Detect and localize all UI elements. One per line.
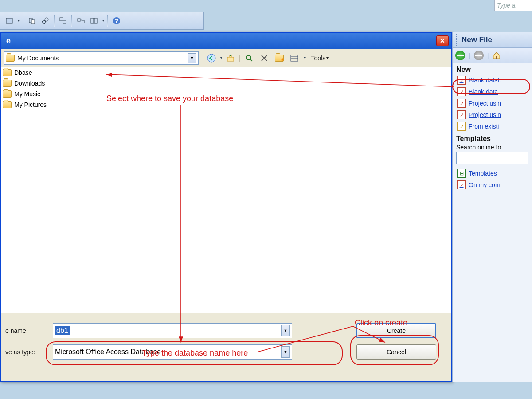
up-one-level-button[interactable] bbox=[224, 51, 237, 65]
annotation-highlight-create bbox=[350, 335, 439, 365]
delete-button[interactable] bbox=[258, 51, 271, 65]
file-name-field[interactable]: db1 ▼ bbox=[53, 323, 292, 338]
toolbar-separator bbox=[107, 15, 108, 27]
dropdown-arrow-icon[interactable]: ▼ bbox=[16, 19, 20, 23]
nav-separator: | bbox=[469, 52, 470, 59]
dropdown-arrow-icon[interactable]: ▾ bbox=[220, 56, 222, 60]
tools-menu[interactable]: Tools▾ bbox=[309, 55, 332, 62]
svg-rect-8 bbox=[78, 19, 80, 21]
lookin-dropdown[interactable]: My Documents ▼ bbox=[4, 51, 199, 65]
nav-separator: | bbox=[487, 52, 489, 59]
svg-point-5 bbox=[45, 18, 48, 21]
section-new: New bbox=[453, 63, 532, 74]
access-icon: ↗ bbox=[457, 122, 466, 131]
save-as-type-label: ve as type: bbox=[5, 348, 47, 356]
item-label: My Music bbox=[14, 90, 40, 98]
dialog-title: e bbox=[4, 36, 11, 46]
item-label: My Pictures bbox=[14, 101, 47, 108]
nav-forward-button[interactable]: ⟶ bbox=[474, 51, 484, 60]
home-icon[interactable] bbox=[492, 51, 501, 60]
svg-rect-3 bbox=[31, 20, 35, 24]
svg-point-16 bbox=[246, 55, 251, 60]
taskpane-header: New File bbox=[453, 32, 532, 48]
svg-rect-10 bbox=[91, 18, 94, 23]
folder-icon bbox=[3, 80, 12, 87]
annotation-text-2: Type the database name here bbox=[142, 348, 248, 358]
tools-label: Tools bbox=[311, 55, 326, 62]
taskpane-item-on-my-computer[interactable]: ↗On my com bbox=[453, 179, 532, 191]
annotation-highlight-blank-db bbox=[452, 79, 530, 94]
dropdown-arrow-icon[interactable]: ▼ bbox=[303, 56, 307, 60]
dropdown-arrow-icon[interactable]: ▼ bbox=[101, 19, 105, 23]
search-online-label: Search online fo bbox=[453, 144, 532, 151]
taskpane-item-templates-home[interactable]: ⊞Templates bbox=[453, 168, 532, 179]
toolbar-link-icon[interactable] bbox=[39, 15, 51, 27]
toolbar-separator bbox=[54, 15, 55, 27]
list-item[interactable]: Downloads bbox=[1, 78, 451, 89]
folder-icon bbox=[6, 55, 15, 62]
svg-line-17 bbox=[250, 59, 252, 61]
nav-back-button[interactable]: ⟵ bbox=[455, 51, 465, 60]
access-icon: ↗ bbox=[457, 99, 466, 108]
new-folder-button[interactable]: ★ bbox=[273, 51, 286, 65]
help-icon[interactable]: ? bbox=[110, 15, 123, 27]
create-label: Create bbox=[387, 327, 406, 334]
access-icon: ↗ bbox=[457, 180, 466, 189]
access-icon: ↗ bbox=[457, 110, 466, 119]
lookin-row: My Documents ▼ ▾ | ★ ▼ Tools▾ bbox=[1, 49, 451, 67]
svg-point-4 bbox=[42, 20, 46, 24]
taskpane-item-project-1[interactable]: ↗Project usin bbox=[453, 98, 532, 109]
svg-rect-15 bbox=[227, 57, 234, 61]
toolbar-separator bbox=[23, 15, 23, 27]
toolbar-separator bbox=[71, 15, 72, 27]
svg-rect-0 bbox=[6, 18, 12, 23]
file-new-database-dialog: e ✕ My Documents ▼ ▾ | ★ ▼ Tools▾ Dbase … bbox=[0, 32, 452, 382]
item-label: On my com bbox=[469, 181, 501, 188]
toolbar-btn-4[interactable] bbox=[74, 15, 87, 27]
folder-icon bbox=[3, 69, 12, 76]
chevron-down-icon[interactable]: ▼ bbox=[188, 53, 196, 63]
item-label: Downloads bbox=[14, 80, 45, 87]
type-question-box[interactable]: Type a bbox=[494, 0, 532, 11]
search-web-button[interactable] bbox=[243, 51, 256, 65]
svg-rect-22 bbox=[496, 56, 497, 59]
dialog-titlebar: e ✕ bbox=[1, 33, 451, 49]
list-item[interactable]: Dbase bbox=[1, 67, 451, 78]
svg-rect-11 bbox=[94, 18, 97, 23]
svg-text:?: ? bbox=[115, 17, 119, 24]
toolbar-btn-5[interactable] bbox=[88, 15, 100, 27]
file-name-value: db1 bbox=[55, 326, 70, 335]
item-label: From existi bbox=[469, 123, 499, 130]
annotation-text-1: Select where to save your database bbox=[106, 94, 233, 103]
section-templates: Templates bbox=[453, 132, 532, 144]
taskpane-nav: ⟵ | ⟶ | bbox=[453, 48, 532, 63]
svg-rect-18 bbox=[291, 55, 298, 61]
folder-icon bbox=[3, 101, 12, 108]
item-label: Templates bbox=[469, 170, 497, 177]
toolbar-btn-1[interactable] bbox=[3, 15, 16, 27]
annotation-text-3: Click on create bbox=[355, 318, 407, 328]
item-label: Dbase bbox=[14, 69, 32, 76]
svg-rect-7 bbox=[63, 21, 66, 24]
templates-icon: ⊞ bbox=[457, 169, 466, 178]
templates-search-input[interactable] bbox=[456, 152, 528, 164]
svg-point-14 bbox=[207, 54, 215, 62]
views-button[interactable] bbox=[288, 51, 301, 65]
item-label: Project usin bbox=[469, 100, 501, 107]
file-name-input[interactable] bbox=[70, 325, 281, 337]
close-button[interactable]: ✕ bbox=[436, 35, 449, 46]
back-button[interactable] bbox=[205, 51, 218, 65]
lookin-value: My Documents bbox=[17, 55, 59, 62]
app-toolbar: ▼ ▼ ? bbox=[0, 12, 204, 30]
taskpane-item-from-existing[interactable]: ↗From existi bbox=[453, 121, 532, 132]
close-icon: ✕ bbox=[440, 37, 445, 44]
file-list[interactable]: Dbase Downloads My Music My Pictures bbox=[1, 67, 451, 313]
toolbar-btn-2[interactable] bbox=[26, 15, 38, 27]
svg-rect-9 bbox=[82, 20, 84, 23]
svg-rect-1 bbox=[7, 20, 12, 20]
toolbar-btn-3[interactable] bbox=[57, 15, 69, 27]
chevron-down-icon[interactable]: ▼ bbox=[281, 325, 290, 336]
taskpane-item-project-2[interactable]: ↗Project usin bbox=[453, 109, 532, 121]
item-label: Project usin bbox=[469, 111, 501, 118]
folder-icon bbox=[3, 90, 12, 98]
